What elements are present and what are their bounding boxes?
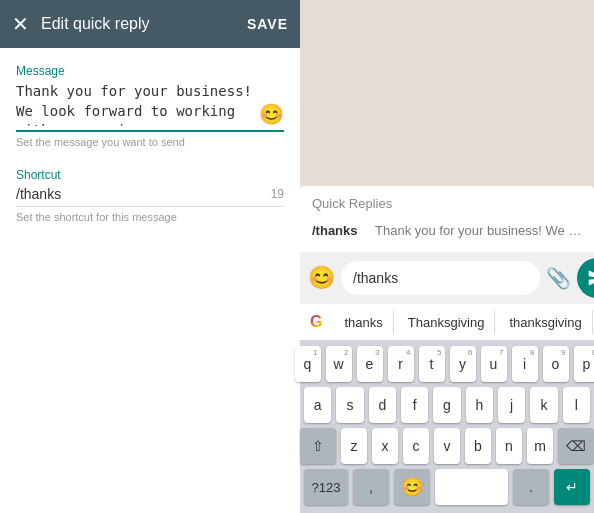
key-c[interactable]: c <box>403 428 429 464</box>
key-u[interactable]: 7u <box>481 346 507 382</box>
suggestion-thanksgiving[interactable]: Thanksgiving <box>398 310 496 334</box>
key-row-1: 1q 2w 3e 4r 5t 6y 7u 8i 9o 0p <box>304 346 590 382</box>
send-button[interactable] <box>577 258 594 298</box>
header: ✕ Edit quick reply SAVE <box>0 0 300 48</box>
attach-icon[interactable]: 📎 <box>546 266 571 290</box>
message-input-wrapper: 😊 <box>16 82 284 132</box>
google-g-icon: G <box>310 313 322 331</box>
quick-reply-preview: Thank you for your business! We look for… <box>375 223 582 238</box>
key-e[interactable]: 3e <box>357 346 383 382</box>
key-i[interactable]: 8i <box>512 346 538 382</box>
key-period[interactable]: . <box>513 469 549 505</box>
key-enter[interactable]: ↵ <box>554 469 590 505</box>
key-d[interactable]: d <box>369 387 396 423</box>
chat-background: Quick Replies /thanks Thank you for your… <box>300 0 594 252</box>
key-a[interactable]: a <box>304 387 331 423</box>
key-l[interactable]: l <box>563 387 590 423</box>
shortcut-input[interactable] <box>16 186 271 202</box>
key-numeric[interactable]: ?123 <box>304 469 348 505</box>
key-x[interactable]: x <box>372 428 398 464</box>
key-row-4: ?123 , 😊 . ↵ <box>304 469 590 505</box>
key-m[interactable]: m <box>527 428 553 464</box>
message-input[interactable] <box>16 82 253 126</box>
key-q[interactable]: 1q <box>295 346 321 382</box>
key-b[interactable]: b <box>465 428 491 464</box>
shortcut-hint: Set the shortcut for this message <box>16 211 284 223</box>
key-p[interactable]: 0p <box>574 346 595 382</box>
message-label: Message <box>16 64 284 78</box>
shortcut-section: Shortcut 19 Set the shortcut for this me… <box>16 168 284 223</box>
quick-reply-shortcut: /thanks <box>312 223 367 238</box>
key-g[interactable]: g <box>433 387 460 423</box>
emoji-icon[interactable]: 😊 <box>259 102 284 126</box>
key-y[interactable]: 6y <box>450 346 476 382</box>
save-button[interactable]: SAVE <box>247 16 288 32</box>
close-icon[interactable]: ✕ <box>12 12 29 36</box>
key-r[interactable]: 4r <box>388 346 414 382</box>
key-w[interactable]: 2w <box>326 346 352 382</box>
left-panel: ✕ Edit quick reply SAVE Message 😊 Set th… <box>0 0 300 513</box>
quick-replies-title: Quick Replies <box>312 196 582 211</box>
form-area: Message 😊 Set the message you want to se… <box>0 48 300 513</box>
input-bar: 😊 📎 <box>300 252 594 304</box>
key-backspace[interactable]: ⌫ <box>558 428 594 464</box>
key-emoji-bottom[interactable]: 😊 <box>394 469 430 505</box>
keyboard-suggestions: G thanks Thanksgiving thanksgiving 🎤 <box>300 304 594 340</box>
key-k[interactable]: k <box>530 387 557 423</box>
key-row-2: a s d f g h j k l <box>304 387 590 423</box>
key-n[interactable]: n <box>496 428 522 464</box>
key-shift[interactable]: ⇧ <box>300 428 336 464</box>
right-panel: Quick Replies /thanks Thank you for your… <box>300 0 594 513</box>
key-space[interactable] <box>435 469 508 505</box>
keyboard: G thanks Thanksgiving thanksgiving 🎤 1q … <box>300 304 594 513</box>
key-h[interactable]: h <box>466 387 493 423</box>
header-title: Edit quick reply <box>41 15 235 33</box>
key-f[interactable]: f <box>401 387 428 423</box>
input-emoji-icon[interactable]: 😊 <box>308 265 335 291</box>
key-z[interactable]: z <box>341 428 367 464</box>
shortcut-count: 19 <box>271 187 284 201</box>
shortcut-label: Shortcut <box>16 168 284 182</box>
key-row-3: ⇧ z x c v b n m ⌫ <box>304 428 590 464</box>
key-o[interactable]: 9o <box>543 346 569 382</box>
suggestion-thanksgiving-lower[interactable]: thanksgiving <box>499 310 592 334</box>
suggestion-thanks[interactable]: thanks <box>334 310 393 334</box>
message-hint: Set the message you want to send <box>16 136 284 148</box>
key-s[interactable]: s <box>336 387 363 423</box>
quick-replies-popup: Quick Replies /thanks Thank you for your… <box>300 186 594 252</box>
message-text-input[interactable] <box>341 261 540 295</box>
key-j[interactable]: j <box>498 387 525 423</box>
quick-reply-item[interactable]: /thanks Thank you for your business! We … <box>312 219 582 242</box>
key-v[interactable]: v <box>434 428 460 464</box>
keyboard-rows: 1q 2w 3e 4r 5t 6y 7u 8i 9o 0p a s d f g … <box>300 340 594 513</box>
key-t[interactable]: 5t <box>419 346 445 382</box>
shortcut-row: 19 <box>16 186 284 207</box>
key-comma[interactable]: , <box>353 469 389 505</box>
